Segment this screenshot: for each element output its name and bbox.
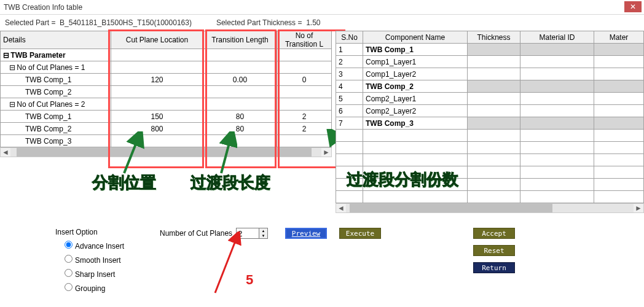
bottom-panel: Insert Option Advance Insert Smooth Inse… — [0, 224, 644, 307]
window-title: TWB Creation Info table — [0, 3, 82, 12]
components-panel: S.No Component Name Thickness Material I… — [336, 31, 644, 213]
details-table[interactable]: Details Cut Plane Location Transition Le… — [0, 31, 332, 147]
spinner-down-icon[interactable]: ▼ — [259, 233, 267, 238]
annotation-5: 5 — [246, 272, 253, 288]
col-thickness[interactable]: Thickness — [468, 31, 520, 44]
scroll-right-icon[interactable]: ► — [634, 204, 643, 212]
table-row[interactable]: 3Comp1_Layer2 — [336, 68, 644, 80]
insert-option-group: Advance Insert Smooth Insert Sharp Inser… — [0, 239, 644, 293]
table-row — [336, 130, 644, 142]
tree-row[interactable]: TWB Comp_1150802 — [1, 111, 332, 123]
tree-row[interactable]: TWB Comp_11200.000 — [1, 74, 332, 86]
table-row — [336, 142, 644, 154]
table-row[interactable]: 2Comp1_Layer1 — [336, 56, 644, 68]
accept-button[interactable]: Accept — [473, 228, 515, 239]
radio-grouping[interactable] — [65, 283, 73, 291]
col-mater[interactable]: Mater — [594, 31, 644, 44]
table-row[interactable]: 1TWB Comp_1 — [336, 44, 644, 56]
scroll-left-icon[interactable]: ◄ — [336, 204, 346, 212]
scroll-right-icon[interactable]: ► — [321, 148, 331, 157]
annotation-text-2: 过渡段长度 — [190, 172, 270, 193]
tree-row[interactable]: ⊟ No of Cut Planes = 1 — [1, 61, 332, 74]
details-tree-panel: Details Cut Plane Location Transition Le… — [0, 31, 332, 213]
table-row[interactable]: 7TWB Comp_3 — [336, 117, 644, 130]
table-row — [336, 179, 644, 191]
table-row[interactable]: 6Comp2_Layer2 — [336, 105, 644, 117]
radio-sharp-insert[interactable] — [65, 269, 73, 277]
tree-row[interactable]: ⊟ No of Cut Planes = 2 — [1, 98, 332, 111]
info-line: Selected Part = B_5401181_B1500HS_T150(1… — [0, 15, 644, 31]
num-cut-planes-input[interactable] — [236, 228, 259, 239]
return-button[interactable]: Return — [473, 262, 515, 273]
spinner-up-icon[interactable]: ▲ — [259, 228, 267, 233]
tree-row[interactable]: TWB Comp_2800802 — [1, 123, 332, 135]
titlebar: TWB Creation Info table ✕ — [0, 0, 644, 15]
col-details[interactable]: Details — [1, 31, 111, 49]
right-hscrollbar[interactable]: ◄ ► — [336, 203, 644, 213]
scroll-left-icon[interactable]: ◄ — [1, 148, 10, 157]
radio-advance-insert[interactable] — [65, 241, 73, 249]
col-sno[interactable]: S.No — [336, 31, 363, 44]
col-material-id[interactable]: Material ID — [520, 31, 594, 44]
radio-smooth-insert[interactable] — [65, 255, 73, 263]
tree-row[interactable]: TWB Comp_3 — [1, 135, 332, 147]
table-row[interactable]: 5Comp2_Layer1 — [336, 93, 644, 105]
col-cut-plane[interactable]: Cut Plane Location — [111, 31, 203, 49]
num-cut-planes-label: Number of Cut Planes — [160, 229, 232, 238]
close-icon: ✕ — [630, 3, 636, 10]
tree-row[interactable]: ⊟ TWB Parameter — [1, 49, 332, 61]
selected-thickness: Selected Part Thickness = 1.50 — [216, 18, 321, 27]
execute-button[interactable]: Execute — [339, 228, 381, 239]
col-transition-len[interactable]: Transition Length — [203, 31, 277, 49]
col-no-transition[interactable]: No of Transition L — [277, 31, 332, 49]
preview-button[interactable]: Preview — [285, 228, 327, 239]
reset-button[interactable]: Reset — [473, 245, 515, 256]
col-comp-name[interactable]: Component Name — [363, 31, 468, 44]
components-table[interactable]: S.No Component Name Thickness Material I… — [336, 31, 644, 203]
annotation-text-1: 分割位置 — [92, 172, 156, 193]
table-row — [336, 154, 644, 166]
table-row[interactable]: 4TWB Comp_2 — [336, 80, 644, 93]
table-row — [336, 166, 644, 179]
num-cut-planes-spinner[interactable]: ▲ ▼ — [259, 228, 268, 239]
tree-row[interactable]: TWB Comp_2 — [1, 86, 332, 98]
left-hscrollbar[interactable]: ◄ ► — [0, 147, 332, 157]
table-row — [336, 191, 644, 203]
selected-part: Selected Part = B_5401181_B1500HS_T150(1… — [5, 18, 192, 27]
close-button[interactable]: ✕ — [624, 1, 642, 12]
